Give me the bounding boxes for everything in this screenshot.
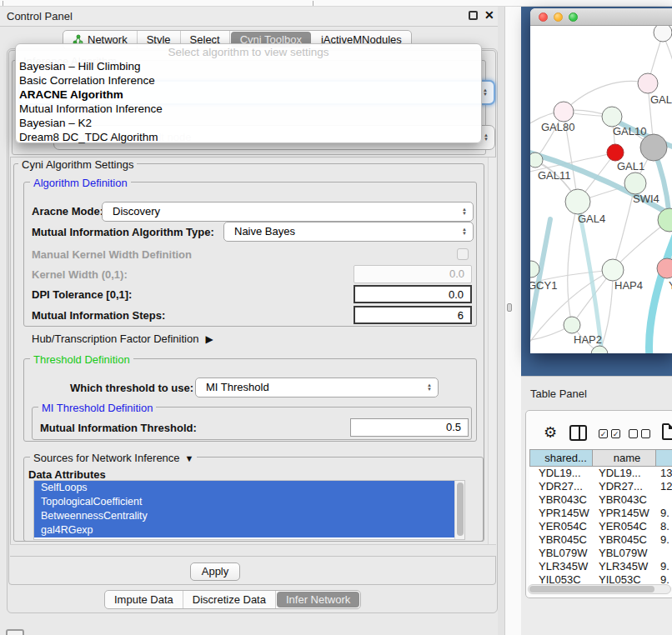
network-node-hap4[interactable] xyxy=(602,259,624,281)
window-top-strip xyxy=(0,0,672,7)
mi-type-select[interactable]: Naive Bayes ▲▼ xyxy=(223,222,474,242)
table-row[interactable]: YBR043C YBR043C xyxy=(529,493,672,507)
network-node-gal11[interactable] xyxy=(530,152,543,168)
network-node-gal10[interactable] xyxy=(602,107,622,127)
network-node-gal1[interactable] xyxy=(624,172,646,194)
which-threshold-label: Which threshold to use: xyxy=(70,382,193,394)
sources-legend-label: Sources for Network Inference xyxy=(33,452,180,464)
algorithm-option[interactable]: Bayesian – K2 xyxy=(16,116,481,130)
hub-definition-toggle[interactable]: Hub/Transcription Factor Definition▶ xyxy=(32,332,213,345)
manual-kernel-checkbox[interactable] xyxy=(457,248,469,260)
attributes-scrollbar[interactable] xyxy=(454,481,464,539)
resize-grip[interactable] xyxy=(507,303,512,312)
cell-value: 9. xyxy=(656,533,672,547)
table-header-row: shared... name xyxy=(529,449,672,467)
attribute-item[interactable]: BetweennessCentrality xyxy=(34,509,454,523)
table-row[interactable]: YBL079W YBL079W xyxy=(529,547,672,560)
table-row[interactable]: YBR045C YBR045C 9. xyxy=(529,533,672,547)
attributes-scrollbar-thumb[interactable] xyxy=(457,482,464,536)
top-tick xyxy=(313,1,313,6)
close-icon[interactable]: ✕ xyxy=(484,8,494,22)
close-window-icon[interactable] xyxy=(539,12,548,22)
network-view-window[interactable]: GAL8GAL80GAL10GAL1GAL11GAL4SWI4GCY1HAP4Y… xyxy=(530,8,672,353)
control-panel-titlebar xyxy=(0,7,505,27)
cell-value: 13 xyxy=(656,467,672,480)
gear-icon[interactable]: ⚙ xyxy=(544,424,557,441)
data-attributes-label: Data Attributes xyxy=(28,468,106,481)
attribute-item[interactable]: gal4RGexp xyxy=(34,523,454,538)
mit-field[interactable]: 0.5 xyxy=(350,418,469,437)
cell-name: YER054C xyxy=(593,520,656,533)
algorithm-option[interactable]: Mutual Information Inference xyxy=(16,102,481,116)
tab-impute-data-label: Impute Data xyxy=(114,593,173,606)
sources-legend[interactable]: Sources for Network Inference▼ xyxy=(30,452,197,464)
table-row[interactable]: YDL19... YDL19... 13 xyxy=(529,467,672,480)
aracne-mode-select[interactable]: Discovery ▲▼ xyxy=(102,202,474,222)
network-node[interactable] xyxy=(654,26,672,42)
network-node-label: HAP2 xyxy=(574,333,602,346)
network-node-label: GAL1 xyxy=(617,160,644,172)
column-header-third[interactable] xyxy=(656,449,672,467)
table-horizontal-scrollbar[interactable] xyxy=(528,584,671,594)
mi-steps-field[interactable]: 6 xyxy=(354,306,472,324)
algorithm-option[interactable]: ARACNE Algorithm xyxy=(16,88,481,102)
vertical-scrollbar[interactable] xyxy=(488,158,496,556)
tab-discretize-data-label: Discretize Data xyxy=(193,593,266,606)
network-window-titlebar[interactable] xyxy=(530,8,672,26)
network-node-swi4[interactable] xyxy=(658,208,672,232)
table-row[interactable]: YER054C YER054C 8. xyxy=(529,520,672,533)
split-view-icon[interactable] xyxy=(569,425,587,441)
column-header-shared-name[interactable]: shared... xyxy=(529,449,593,467)
column-header-name[interactable]: name xyxy=(593,449,656,467)
deselect-all-icon[interactable] xyxy=(629,429,650,438)
network-node-hap2[interactable] xyxy=(564,317,580,333)
network-node-label: Y xyxy=(669,279,672,292)
algorithm-option[interactable]: Bayesian – Hill Climbing xyxy=(16,59,481,73)
table-row[interactable]: YPR145W YPR145W 9. xyxy=(529,507,672,520)
algorithm-option[interactable]: Dream8 DC_TDC Algorithm xyxy=(16,130,481,144)
cell-shared-name: YLR345W xyxy=(529,560,593,573)
cyni-settings-legend: Cyni Algorithm Settings xyxy=(18,158,137,171)
network-node-gal8[interactable] xyxy=(638,73,658,93)
network-node[interactable] xyxy=(640,134,667,161)
tab-impute-data[interactable]: Impute Data xyxy=(105,591,183,608)
tab-discretize-data[interactable]: Discretize Data xyxy=(183,591,276,608)
dpi-tolerance-field[interactable]: 0.0 xyxy=(354,285,472,303)
data-attributes-list[interactable]: SelfLoopsTopologicalCoefficientBetweenne… xyxy=(33,480,465,540)
which-threshold-select[interactable]: MI Threshold ▲▼ xyxy=(195,378,439,398)
horizontal-scrollbar[interactable] xyxy=(10,544,496,556)
attribute-item[interactable]: TopologicalCoefficient xyxy=(34,495,454,509)
cell-value: 12 xyxy=(656,480,672,493)
algorithm-option[interactable]: Basic Correlation Inference xyxy=(16,73,481,88)
spinner-icon: ▲▼ xyxy=(462,208,467,216)
algorithm-definition-legend: Algorithm Definition xyxy=(30,177,131,189)
network-node-gal4[interactable] xyxy=(565,189,590,214)
float-panel-icon[interactable] xyxy=(469,11,478,20)
new-file-icon[interactable] xyxy=(662,423,672,440)
cell-shared-name: YBL079W xyxy=(529,547,593,560)
network-canvas[interactable]: GAL8GAL80GAL10GAL1GAL11GAL4SWI4GCY1HAP4Y… xyxy=(530,26,672,353)
which-threshold-value: MI Threshold xyxy=(206,378,438,397)
apply-button[interactable]: Apply xyxy=(190,562,240,581)
network-node[interactable] xyxy=(591,346,608,353)
table-row[interactable]: YDR27... YDR27... 12 xyxy=(529,480,672,493)
mi-steps-label: Mutual Information Steps: xyxy=(32,309,165,322)
top-tick xyxy=(3,1,3,6)
network-node[interactable] xyxy=(607,144,624,161)
tab-infer-network[interactable]: Infer Network xyxy=(277,592,359,608)
network-node-gal80[interactable] xyxy=(554,102,574,122)
expanded-arrow-icon: ▼ xyxy=(185,453,194,463)
collapsed-arrow-icon: ▶ xyxy=(205,333,213,345)
restore-panel-button[interactable] xyxy=(6,629,24,635)
aracne-mode-value: Discovery xyxy=(113,202,473,221)
zoom-window-icon[interactable] xyxy=(569,12,578,22)
select-all-icon[interactable]: ✓ ✓ xyxy=(599,429,620,438)
network-node-label: GCY1 xyxy=(530,279,557,292)
table-horizontal-scrollbar-thumb[interactable] xyxy=(529,586,654,592)
table-row[interactable]: YLR345W YLR345W 9. xyxy=(529,560,672,573)
cell-name: YDL19... xyxy=(593,467,656,480)
kernel-width-field[interactable]: 0.0 xyxy=(354,265,472,283)
attribute-item[interactable]: SelfLoops xyxy=(34,481,454,495)
mi-type-label: Mutual Information Algorithm Type: xyxy=(32,226,214,238)
minimize-window-icon[interactable] xyxy=(554,12,563,22)
